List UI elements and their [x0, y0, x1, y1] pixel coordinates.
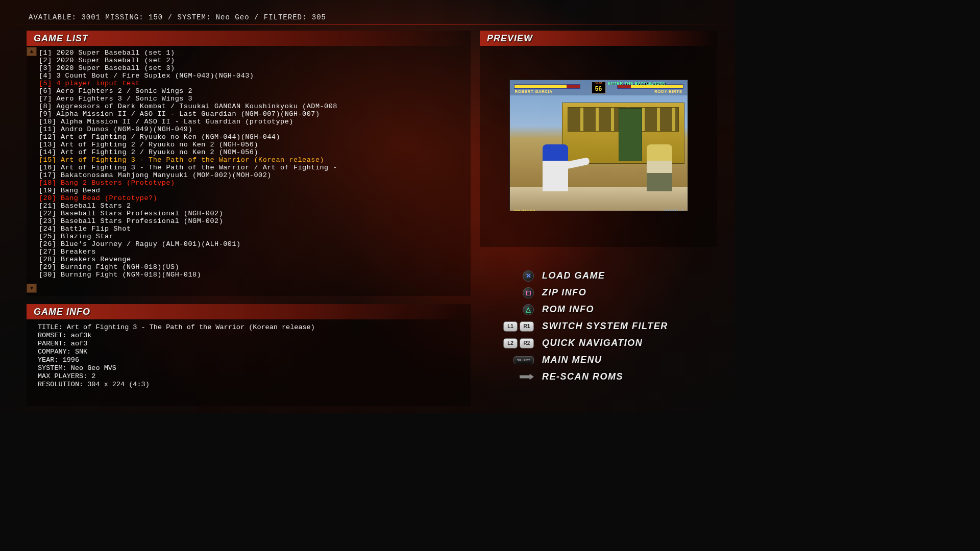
info-parent-label: PARENT:	[38, 340, 67, 347]
info-players-value: 2	[91, 372, 95, 380]
r2-button-icon: R2	[520, 338, 534, 348]
game-row[interactable]: [27] Breakers	[39, 248, 465, 256]
filtered-value: 305	[312, 13, 326, 21]
preview-name-p2: RODY-BIRTS	[654, 89, 682, 94]
game-row[interactable]: [9] Alpha Mission II / ASO II - Last Gua…	[39, 110, 465, 118]
game-row[interactable]: [11] Andro Dunos (NGM-049)(NGH-049)	[39, 126, 465, 133]
preview-hud-top: ROBERT-GARCIA RODY-BIRTS COUNT 56 ENTER …	[510, 80, 688, 95]
preview-hp-p1	[514, 84, 580, 89]
square-button-icon: ◻	[523, 287, 534, 298]
cross-button-icon: ✕	[523, 270, 534, 282]
system-label: SYSTEM:	[178, 13, 211, 21]
info-title-label: TITLE:	[38, 323, 63, 331]
game-row[interactable]: [3] 2020 Super Baseball (set 3)	[39, 64, 465, 72]
info-res-value: 304 x 224 (4:3)	[87, 381, 150, 388]
preview-body: ROBERT-GARCIA RODY-BIRTS COUNT 56 ENTER …	[480, 46, 717, 245]
l1-button-icon: L1	[503, 321, 518, 332]
game-row[interactable]: [30] Burning Fight (NGM-018)(NGH-018)	[39, 271, 465, 279]
game-row[interactable]: [28] Breakers Revenge	[39, 256, 465, 263]
scroll-down-icon[interactable]: ▼	[27, 284, 37, 293]
divider-line	[0, 24, 735, 25]
l2-button-icon: L2	[503, 338, 518, 348]
action-rom-info[interactable]: △ ROM INFO	[493, 301, 718, 318]
r1-button-icon: R1	[520, 321, 534, 332]
game-row[interactable]: [6] Aero Fighters 2 / Sonic Wings 2	[39, 87, 465, 95]
preview-fighter-p2	[647, 144, 672, 191]
game-row[interactable]: [23] Baseball Stars Professional (NGM-00…	[39, 217, 465, 225]
info-company-label: COMPANY:	[38, 348, 71, 356]
game-row[interactable]: [10] Alpha Mission II / ASO II - Last Gu…	[39, 118, 465, 126]
info-company-value: SNK	[75, 348, 87, 356]
preview-timer: COUNT 56	[592, 82, 606, 94]
game-row[interactable]: [22] Baseball Stars Professional (NGH-00…	[39, 210, 465, 217]
game-info-title: GAME INFO	[34, 307, 90, 317]
game-info-panel: GAME INFO TITLE: Art of Fighting 3 - The…	[27, 304, 471, 406]
start-button-icon	[513, 373, 534, 381]
game-list-header: GAME LIST	[27, 31, 471, 46]
game-row[interactable]: [4] 3 Count Bout / Fire Suplex (NGM-043)…	[39, 72, 465, 80]
available-value: 3001	[81, 13, 101, 21]
action-menu: ✕ LOAD GAME ◻ ZIP INFO △ ROM INFO L1 R1 …	[493, 267, 718, 385]
info-players-label: MAX PLAYERS:	[38, 372, 87, 380]
info-title-value: Art of Fighting 3 - The Path of the Warr…	[67, 323, 315, 331]
game-list-title: GAME LIST	[34, 33, 88, 44]
info-res-label: RESOLUTION:	[38, 381, 83, 388]
info-romset-value: aof3k	[71, 332, 92, 339]
game-row[interactable]: [15] Art of Fighting 3 - The Path of the…	[39, 156, 465, 164]
preview-enter-battle: ENTER THE BATTLE.NOW!	[608, 81, 666, 86]
game-row[interactable]: [8] Aggressors of Dark Kombat / Tsuukai …	[39, 103, 465, 110]
action-rescan-roms[interactable]: RE-SCAN ROMS	[493, 368, 718, 385]
info-year-value: 1996	[63, 356, 79, 364]
missing-label: MISSING:	[105, 13, 143, 21]
game-list-body[interactable]: ▲ ▼ [1] 2020 Super Baseball (set 1)[2] 2…	[27, 46, 471, 294]
game-row[interactable]: [24] Battle Flip Shot	[39, 225, 465, 233]
info-system-value: Neo Geo MVS	[71, 364, 116, 372]
info-system-label: SYSTEM:	[38, 364, 67, 372]
preview-name-p1: ROBERT-GARCIA	[515, 89, 553, 94]
game-row[interactable]: [26] Blue's Journey / Raguy (ALM-001)(AL…	[39, 240, 465, 248]
game-info-body: TITLE: Art of Fighting 3 - The Path of t…	[27, 319, 471, 394]
game-row[interactable]: [13] Art of Fighting 2 / Ryuuko no Ken 2…	[39, 141, 465, 148]
preview-screenshot: ROBERT-GARCIA RODY-BIRTS COUNT 56 ENTER …	[509, 80, 688, 211]
preview-title: PREVIEW	[487, 33, 533, 44]
action-switch-filter[interactable]: L1 R1 SWITCH SYSTEM FILTER	[493, 318, 718, 335]
game-row[interactable]: [2] 2020 Super Baseball (set 2)	[39, 57, 465, 64]
game-row[interactable]: [19] Bang Bead	[39, 187, 465, 194]
game-info-header: GAME INFO	[27, 304, 471, 319]
stats-bar: AVAILABLE: 3001 MISSING: 150 / SYSTEM: N…	[29, 13, 326, 21]
info-parent-value: aof3	[71, 340, 87, 347]
game-row[interactable]: [7] Aero Fighters 3 / Sonic Wings 3	[39, 95, 465, 103]
preview-panel: PREVIEW ROBERT-GARCIA RODY-BIRTS COUNT 5…	[480, 31, 717, 247]
preview-header: PREVIEW	[480, 31, 717, 46]
game-row[interactable]: [20] Bang Bead (Prototype?)	[39, 194, 465, 202]
select-button-icon: SELECT	[513, 356, 534, 364]
action-zip-info[interactable]: ◻ ZIP INFO	[493, 284, 718, 301]
system-value: Neo Geo	[216, 13, 250, 21]
preview-fighter-p1	[543, 144, 568, 191]
game-row[interactable]: [21] Baseball Stars 2	[39, 202, 465, 210]
game-row[interactable]: [17] Bakatonosama Mahjong Manyuuki (MOM-…	[39, 171, 465, 179]
preview-stage: STAGE.1	[664, 209, 683, 211]
game-row[interactable]: [16] Art of Fighting 3 - The Path of the…	[39, 164, 465, 171]
game-list-panel: GAME LIST ▲ ▼ [1] 2020 Super Baseball (s…	[27, 31, 471, 296]
game-row[interactable]: [18] Bang 2 Busters (Prototype)	[39, 179, 465, 187]
game-row[interactable]: [12] Art of Fighting / Ryuuko no Ken (NG…	[39, 133, 465, 141]
game-row[interactable]: [14] Art of Fighting 2 / Ryuuko no Ken 2…	[39, 148, 465, 156]
scroll-up-icon[interactable]: ▲	[27, 47, 37, 56]
filtered-label: FILTERED:	[264, 13, 307, 21]
game-row[interactable]: [5] 4 player input test	[39, 80, 465, 87]
game-row[interactable]: [1] 2020 Super Baseball (set 1)	[39, 49, 465, 57]
info-romset-label: ROMSET:	[38, 332, 67, 339]
available-label: AVAILABLE:	[29, 13, 77, 21]
info-year-label: YEAR:	[38, 356, 59, 364]
triangle-button-icon: △	[523, 304, 534, 315]
action-main-menu[interactable]: SELECT MAIN MENU	[493, 352, 718, 368]
game-row[interactable]: [29] Burning Fight (NGH-018)(US)	[39, 263, 465, 271]
game-row[interactable]: [25] Blazing Star	[39, 233, 465, 240]
action-quick-nav[interactable]: L2 R2 QUICK NAVIGATION	[493, 335, 718, 352]
action-load-game[interactable]: ✕ LOAD GAME	[493, 267, 718, 284]
preview-time: 00' 04" 92	[514, 209, 535, 211]
missing-value: 150	[149, 13, 163, 21]
